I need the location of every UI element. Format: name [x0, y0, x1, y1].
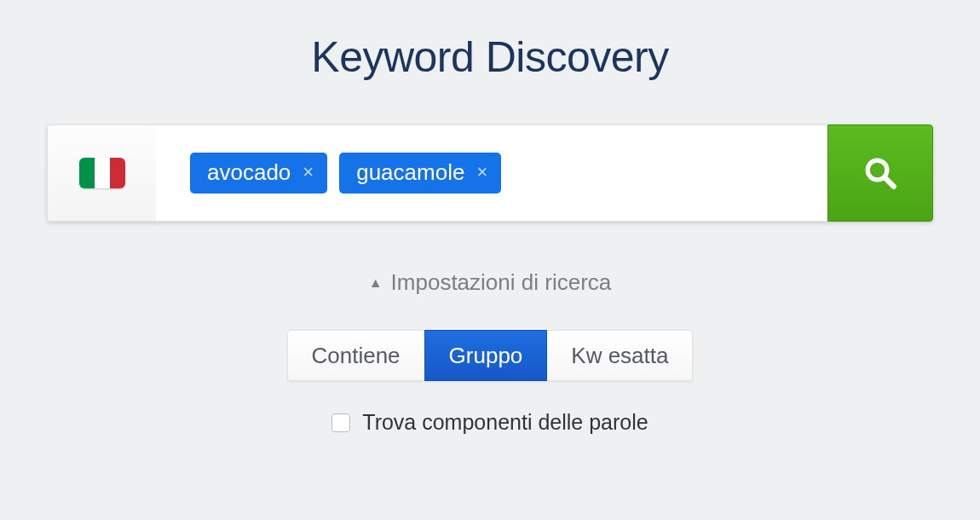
settings-toggle-label: Impostazioni di ricerca: [391, 269, 612, 296]
keyword-chip[interactable]: guacamole ×: [339, 153, 501, 194]
keyword-input[interactable]: avocado × guacamole ×: [156, 124, 827, 222]
segment-kw-esatta[interactable]: Kw esatta: [546, 330, 693, 381]
word-components-label: Trova componenti delle parole: [362, 410, 648, 435]
segment-contiene[interactable]: Contiene: [287, 330, 425, 381]
match-mode-segmented: Contiene Gruppo Kw esatta: [287, 330, 694, 381]
language-flag-button[interactable]: [47, 124, 156, 222]
search-settings-toggle[interactable]: ▲ Impostazioni di ricerca: [369, 269, 612, 296]
chip-remove-icon[interactable]: ×: [303, 163, 314, 182]
caret-up-icon: ▲: [369, 276, 383, 290]
svg-line-1: [885, 177, 894, 187]
segment-gruppo[interactable]: Gruppo: [424, 330, 548, 381]
search-icon: [862, 155, 898, 191]
flag-it-icon: [79, 158, 125, 188]
keyword-chip[interactable]: avocado ×: [190, 153, 327, 194]
chip-label: guacamole: [356, 161, 464, 183]
word-components-checkbox[interactable]: [331, 413, 350, 432]
search-row: avocado × guacamole ×: [47, 124, 933, 222]
page-title: Keyword Discovery: [0, 32, 980, 82]
chip-label: avocado: [207, 161, 291, 183]
page: Keyword Discovery avocado × guacamole ×: [0, 0, 980, 436]
word-components-checkbox-row: Trova componenti delle parole: [331, 410, 648, 435]
chip-remove-icon[interactable]: ×: [476, 163, 487, 182]
search-button[interactable]: [827, 124, 933, 222]
